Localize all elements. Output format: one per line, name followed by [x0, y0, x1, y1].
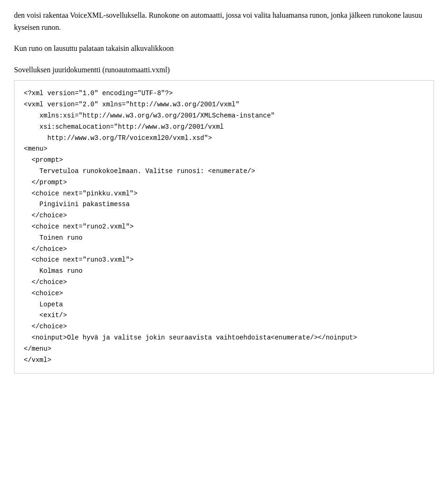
intro-paragraph2: Kun runo on lausuttu palataan takaisin a… — [14, 42, 434, 55]
intro-paragraph1: den voisi rakentaa VoiceXML-sovelluksell… — [14, 9, 434, 33]
code-block: <?xml version="1.0" encoding="UTF-8"?> <… — [14, 80, 434, 374]
section-heading: Sovelluksen juuridokumentti (runoautomaa… — [14, 64, 434, 76]
code-line-1: <?xml version="1.0" encoding="UTF-8"?> <… — [24, 90, 357, 363]
